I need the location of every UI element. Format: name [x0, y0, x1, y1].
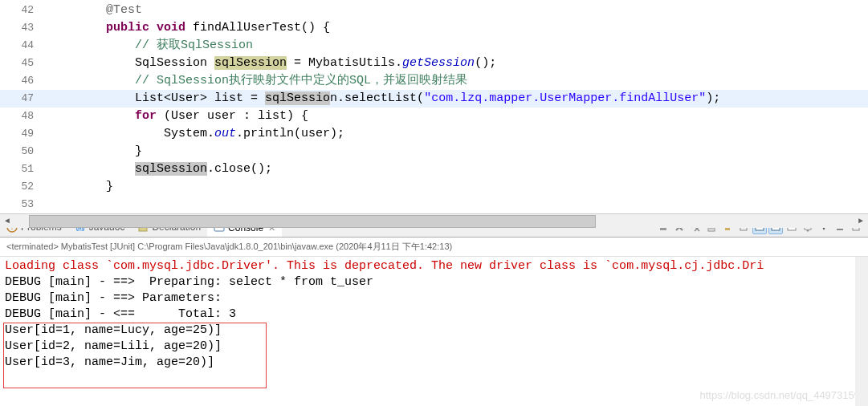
console-line: DEBUG [main] - ==> Parameters:	[5, 290, 863, 307]
code-line[interactable]: 47 List<User> list = sqlSession.selectLi…	[0, 90, 868, 108]
scrollbar-thumb[interactable]	[29, 215, 596, 228]
console-line: DEBUG [main] - ==> Preparing: select * f…	[5, 274, 863, 290]
code-line[interactable]: 48 for (User user : list) {	[0, 108, 868, 125]
console-line-warning: Loading class `com.mysql.jdbc.Driver'. T…	[5, 258, 863, 274]
line-number: 46	[0, 72, 48, 90]
code-editor[interactable]: 42 @Test43 public void findAllUserTest()…	[0, 0, 868, 217]
horizontal-scrollbar[interactable]: ◄ ►	[0, 213, 868, 228]
code-line[interactable]: 53	[0, 196, 868, 213]
code-line[interactable]: 51 sqlSession.close();	[0, 160, 868, 178]
code-line[interactable]: 50 }	[0, 143, 868, 160]
line-number: 45	[0, 55, 48, 72]
code-content[interactable]: // SqlSession执行映射文件中定义的SQL，并返回映射结果	[48, 72, 467, 90]
vertical-scrollbar[interactable]	[855, 257, 868, 406]
code-content[interactable]: }	[48, 143, 142, 160]
line-number: 53	[0, 196, 48, 213]
line-number: 43	[0, 19, 48, 37]
code-content[interactable]: @Test	[48, 2, 142, 19]
line-number: 44	[0, 37, 48, 55]
line-number: 48	[0, 108, 48, 125]
watermark: https://blog.csdn.net/qq_44973159	[700, 389, 861, 401]
line-number: 42	[0, 2, 48, 19]
terminated-label: <terminated> MybatisTest [JUnit] C:\Prog…	[0, 238, 868, 257]
code-content[interactable]: for (User user : list) {	[48, 108, 308, 125]
scroll-left-icon[interactable]: ◄	[0, 215, 14, 228]
svg-rect-17	[837, 229, 843, 230]
code-line[interactable]: 44 // 获取SqlSession	[0, 37, 868, 55]
output-highlight-box	[3, 323, 267, 388]
code-line[interactable]: 42 @Test	[0, 2, 868, 19]
code-line[interactable]: 49 System.out.println(user);	[0, 125, 868, 143]
scroll-right-icon[interactable]: ►	[854, 215, 868, 228]
line-number: 50	[0, 143, 48, 160]
line-number: 47	[0, 90, 48, 108]
code-content[interactable]: System.out.println(user);	[48, 125, 344, 143]
console-line: DEBUG [main] - <== Total: 3	[5, 307, 863, 323]
code-content[interactable]: public void findAllUserTest() {	[48, 19, 330, 37]
code-line[interactable]: 45 SqlSession sqlSession = MybatisUtils.…	[0, 55, 868, 72]
line-number: 52	[0, 178, 48, 196]
code-content[interactable]: SqlSession sqlSession = MybatisUtils.get…	[48, 55, 496, 72]
line-number: 49	[0, 125, 48, 143]
line-number: 51	[0, 160, 48, 178]
code-content[interactable]: // 获取SqlSession	[48, 37, 253, 55]
console-output[interactable]: Loading class `com.mysql.jdbc.Driver'. T…	[0, 257, 868, 406]
code-content[interactable]: }	[48, 178, 113, 196]
code-content[interactable]: sqlSession.close();	[48, 160, 272, 178]
code-line[interactable]: 46 // SqlSession执行映射文件中定义的SQL，并返回映射结果	[0, 72, 868, 90]
code-line[interactable]: 52 }	[0, 178, 868, 196]
code-content[interactable]: List<User> list = sqlSession.selectList(…	[48, 90, 720, 108]
code-line[interactable]: 43 public void findAllUserTest() {	[0, 19, 868, 37]
